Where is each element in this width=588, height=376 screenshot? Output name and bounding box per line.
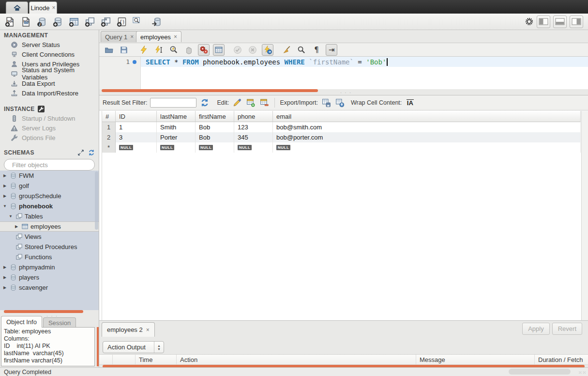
toggle-left-panel-button[interactable] [537,16,550,28]
export-recordset-button[interactable] [321,97,332,108]
wrap-text-button[interactable]: ⇥ [326,44,337,56]
grid-cell[interactable]: NULL [116,142,157,153]
grid-cell[interactable]: Bob [196,132,234,142]
new-sql-tab-button[interactable] [3,16,17,28]
show-invisibles-button[interactable]: ¶ [311,44,322,56]
column-header[interactable]: email [273,111,581,122]
sql-code-editor[interactable]: 1 SELECT * FROM phonebook.employees WHER… [99,56,588,89]
close-icon[interactable]: × [52,4,56,11]
execute-button[interactable] [138,44,150,56]
object-info-scrollbar[interactable] [97,327,99,366]
tree-item-groupschedule[interactable]: ▶groupSchedule [0,191,99,201]
tree-scrollbar[interactable] [95,172,98,230]
grid-cell[interactable]: NULL [157,142,196,153]
reconnect-dbms-button[interactable] [150,16,164,28]
limit-rows-button[interactable] [213,44,225,56]
find-button[interactable] [296,44,307,56]
tree-item-functions[interactable]: Functions [0,252,99,262]
open-file-button[interactable] [103,44,115,56]
column-header[interactable]: firstName [196,111,234,122]
tree-item-employees[interactable]: ▶employees [0,221,99,232]
add-row-button[interactable] [245,97,256,108]
create-procedure-button[interactable] [99,16,113,28]
tree-item-scavenger[interactable]: ▶scavenger [0,282,99,293]
tab-query-1[interactable]: Query 1× [101,31,138,42]
grid-cell[interactable]: 345 [234,132,273,142]
create-table-button[interactable] [67,16,81,28]
close-icon[interactable]: × [146,327,150,333]
column-header[interactable]: ID [116,111,157,122]
grid-cell[interactable]: 3 [116,132,157,142]
grid-cell[interactable]: NULL [273,142,581,153]
editor-horizontal-scrollbar[interactable] [102,89,318,92]
rollback-button[interactable] [247,44,258,56]
splitter-handle[interactable]: · · · [340,90,352,95]
collapsed-arrow-icon[interactable]: ▶ [2,265,8,269]
grid-cell[interactable]: 1 [116,122,157,132]
stop-button[interactable] [183,44,195,56]
tab-employees[interactable]: employees× [136,31,181,42]
editor-code-area[interactable]: SELECT * FROM phonebook.employees WHERE … [141,57,588,89]
import-records-button[interactable] [334,97,345,108]
collapsed-arrow-icon[interactable]: ▶ [2,194,8,198]
commit-button[interactable] [232,44,243,56]
column-header[interactable]: Message [416,355,535,364]
delete-row-button[interactable] [259,97,270,108]
toggle-bottom-panel-button[interactable] [553,16,567,28]
column-header[interactable]: Duration / Fetch [535,355,588,364]
grid-cell[interactable]: bob@porter.com [273,132,581,142]
schema-inspector-button[interactable] [35,16,49,28]
grid-cell[interactable]: NULL [196,142,234,153]
grid-cell[interactable]: Porter [157,132,196,142]
toggle-stop-on-error-button[interactable] [198,44,210,56]
tree-item-fwm[interactable]: ▶FWM [0,171,99,181]
beautify-button[interactable] [281,44,292,56]
save-script-button[interactable] [118,44,130,56]
grid-cell[interactable]: bob@smith.com [273,122,581,132]
expanded-arrow-icon[interactable]: ▼ [2,204,8,208]
sidebar-item-server-logs[interactable]: Server Logs [0,123,99,133]
edit-record-button[interactable] [232,97,242,108]
search-table-data-button[interactable] [131,16,145,28]
tree-item-players[interactable]: ▶players [0,272,99,282]
column-header[interactable]: phone [234,111,273,122]
tree-item-phpmyadmin[interactable]: ▶phpmyadmin [0,262,99,272]
grid-cell[interactable]: Smith [157,122,196,132]
toggle-autocommit-button[interactable] [262,44,273,56]
grid-cell[interactable]: Bob [196,122,234,132]
toggle-right-panel-button[interactable] [570,16,583,28]
table-row[interactable]: 1 1 Smith Bob 123 bob@smith.com [102,122,581,132]
revert-button[interactable]: Revert [552,323,582,335]
sidebar-horizontal-scrollbar[interactable] [4,310,83,313]
resize-grip-icon[interactable]: ⁙⁙ [578,370,587,375]
apply-button[interactable]: Apply [522,323,550,335]
explain-button[interactable] [168,44,180,56]
close-icon[interactable]: × [130,33,134,40]
expand-schemas-icon[interactable] [77,149,84,156]
connection-tab-linode[interactable]: Linode × [29,1,57,14]
home-tab[interactable] [6,1,28,14]
column-header[interactable]: # [102,111,116,122]
grid-cell[interactable]: NULL [234,142,273,153]
collapsed-arrow-icon[interactable]: ▶ [2,184,8,188]
column-header[interactable]: Action [177,355,416,364]
sidebar-item-client-connections[interactable]: Client Connections [0,49,99,59]
sidebar-item-system-variables[interactable]: Status and System Variables [0,69,99,78]
table-row-new[interactable]: * NULL NULL NULL NULL NULL [102,142,581,153]
collapsed-arrow-icon[interactable]: ▶ [2,275,8,280]
tab-object-info[interactable]: Object Info [1,316,42,328]
expanded-arrow-icon[interactable]: ▼ [8,214,14,219]
wrap-cell-content-button[interactable]: IA [405,97,415,108]
tab-session[interactable]: Session [43,317,76,328]
sidebar-item-options-file[interactable]: Options File [0,133,99,142]
tree-item-views[interactable]: Views [0,232,99,242]
column-header[interactable]: Time [136,355,177,364]
refresh-results-button[interactable] [199,97,210,108]
collapsed-arrow-icon[interactable]: ▶ [14,224,19,229]
output-type-select[interactable]: Action Output ▲▼ [103,341,164,353]
sidebar-item-server-status[interactable]: Server Status [0,40,99,49]
result-filter-input[interactable] [150,98,196,108]
grid-cell[interactable]: 123 [234,122,273,132]
refresh-schemas-icon[interactable] [88,149,95,156]
tree-item-stored-procedures[interactable]: Stored Procedures [0,242,99,252]
